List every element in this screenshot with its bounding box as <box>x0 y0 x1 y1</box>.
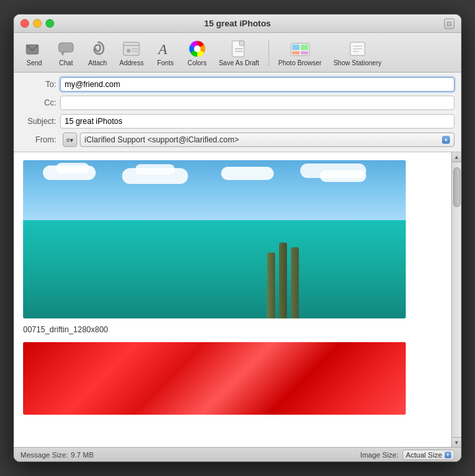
from-value: iClarified Support <support@iClarified.c… <box>84 135 442 144</box>
cloud-7 <box>320 170 366 182</box>
statusbar: Message Size: 9.7 MB Image Size: Actual … <box>14 447 461 461</box>
colors-icon <box>187 39 207 59</box>
minimize-button[interactable] <box>33 19 42 28</box>
svg-point-5 <box>127 49 131 53</box>
water <box>23 220 406 318</box>
traffic-lights <box>20 19 54 28</box>
resize-button[interactable]: ⊡ <box>444 18 455 29</box>
red-photo-image <box>23 342 406 415</box>
stationery-icon <box>348 39 367 59</box>
from-row: From: ≡▾ iClarified Support <support@iCl… <box>14 131 461 149</box>
image-size-value: Actual Size <box>406 451 442 459</box>
image-size-arrow: ▾ <box>445 452 451 458</box>
chat-button[interactable]: Chat <box>51 36 81 69</box>
photobrowser-button[interactable]: Photo Browser <box>273 36 327 69</box>
attach-label: Attach <box>88 59 107 67</box>
svg-marker-2 <box>61 52 64 55</box>
saveas-icon <box>229 39 249 59</box>
address-icon <box>121 39 141 59</box>
post-1 <box>267 253 275 318</box>
subject-label: Subject: <box>20 117 60 126</box>
svg-rect-18 <box>292 51 299 54</box>
post-2 <box>279 243 287 318</box>
scrollbar-track[interactable] <box>453 162 460 437</box>
image-size-label: Image Size: <box>360 451 398 459</box>
scroll-up-button[interactable]: ▲ <box>452 152 462 162</box>
from-dropdown[interactable]: iClarified Support <support@iClarified.c… <box>80 133 455 147</box>
saveas-button[interactable]: Save As Draft <box>214 36 265 69</box>
colors-button[interactable]: Colors <box>182 36 212 69</box>
from-label: From: <box>20 135 60 144</box>
cc-row: Cc: <box>14 94 461 112</box>
cloud-4 <box>135 164 175 175</box>
to-row: To: <box>14 75 461 94</box>
from-menu-button[interactable]: ≡▾ <box>63 133 77 147</box>
photo-1-container <box>23 160 442 318</box>
saveas-label: Save As Draft <box>219 59 259 67</box>
svg-rect-19 <box>301 51 308 54</box>
dock-posts <box>267 243 299 318</box>
photo-2-container <box>23 342 442 415</box>
photo-1-caption: 00715_driftin_1280x800 <box>23 325 442 334</box>
message-size-value: 9.7 MB <box>71 451 94 459</box>
send-button[interactable]: Send <box>19 36 49 69</box>
toolbar-separator <box>269 40 269 66</box>
statusbar-right: Image Size: Actual Size ▾ <box>360 450 455 460</box>
fonts-label: Fonts <box>157 59 174 67</box>
to-input[interactable] <box>60 77 455 92</box>
chat-label: Chat <box>59 59 73 67</box>
close-button[interactable] <box>20 19 29 28</box>
cloud-5 <box>221 167 274 180</box>
titlebar: 15 great iPhotos ⊡ <box>14 15 461 33</box>
svg-point-10 <box>194 45 201 52</box>
ocean-photo-image <box>23 160 406 318</box>
image-size-dropdown[interactable]: Actual Size ▾ <box>402 450 455 460</box>
cc-input[interactable] <box>60 96 455 110</box>
subject-row: Subject: <box>14 112 461 131</box>
address-label: Address <box>119 59 144 67</box>
send-icon <box>24 39 44 59</box>
stationery-button[interactable]: Show Stationery <box>328 36 387 69</box>
toolbar: Send Chat Attach <box>14 33 461 73</box>
send-label: Send <box>26 59 42 67</box>
sky <box>23 160 406 220</box>
to-label: To: <box>20 80 60 89</box>
svg-rect-1 <box>59 43 73 52</box>
chat-icon <box>56 39 76 59</box>
cc-label: Cc: <box>20 98 60 107</box>
address-button[interactable]: Address <box>114 36 149 69</box>
svg-text:A: A <box>157 41 168 57</box>
maximize-button[interactable] <box>46 19 54 28</box>
photobrowser-icon <box>290 39 310 59</box>
attach-icon <box>88 39 108 59</box>
email-body[interactable]: 00715_driftin_1280x800 <box>14 152 451 447</box>
message-size-label: Message Size: <box>20 451 68 459</box>
attach-button[interactable]: Attach <box>82 36 113 69</box>
ocean-scene <box>23 160 406 318</box>
scrollbar-thumb[interactable] <box>453 167 460 207</box>
svg-rect-12 <box>239 41 244 45</box>
colors-label: Colors <box>187 59 206 67</box>
from-dropdown-arrow: ▾ <box>442 136 450 144</box>
content-area: 00715_driftin_1280x800 ▲ ▼ <box>14 152 461 447</box>
email-header: To: Cc: Subject: From: ≡▾ iClarified Sup… <box>14 73 461 152</box>
fonts-icon: A <box>156 39 175 59</box>
cloud-2 <box>56 163 89 173</box>
window-title: 15 great iPhotos <box>204 18 270 28</box>
scroll-down-button[interactable]: ▼ <box>452 437 462 447</box>
svg-rect-16 <box>292 44 299 49</box>
photobrowser-label: Photo Browser <box>278 59 322 67</box>
post-3 <box>291 247 299 318</box>
mail-compose-window: 15 great iPhotos ⊡ Send Chat <box>13 14 462 462</box>
svg-rect-17 <box>301 44 308 49</box>
fonts-button[interactable]: A Fonts <box>150 36 181 69</box>
scrollbar: ▲ ▼ <box>451 152 461 447</box>
stationery-label: Show Stationery <box>333 59 381 67</box>
subject-input[interactable] <box>60 114 455 129</box>
